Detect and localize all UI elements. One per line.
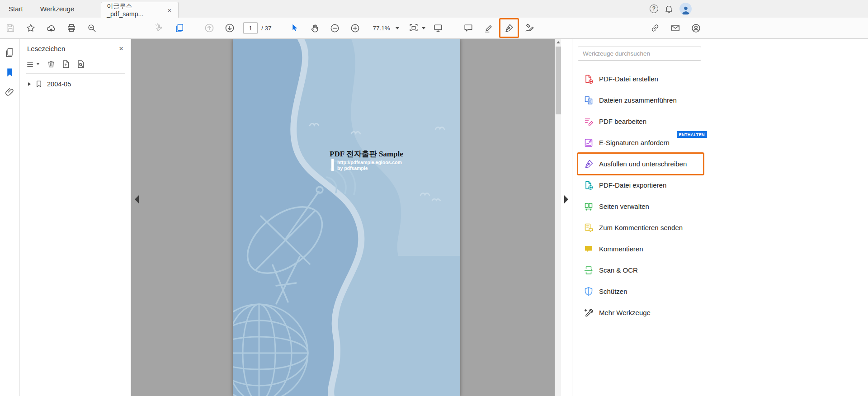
tool-item-label: Seiten verwalten [599,203,649,210]
highlight-pen-icon[interactable] [480,19,498,37]
page-url: http://pdfsample.egloos.com [337,160,402,165]
scroll-up-icon[interactable] [555,39,561,46]
tab-start[interactable]: Start [0,0,32,18]
bookmarks-panel-icon[interactable] [1,62,19,82]
tool-item-protect[interactable]: Schützen [578,281,703,302]
touch-gesture-icon[interactable] [150,19,168,37]
page-thumbnails-panel-icon[interactable] [1,42,19,62]
page-fit-select[interactable] [406,19,425,37]
pen-tool-icon[interactable] [520,19,538,37]
hand-tool-icon[interactable] [306,19,324,37]
delete-bookmark-trash-icon[interactable] [47,60,56,69]
scrollbar-thumb[interactable] [556,47,561,114]
tool-item-scan-ocr[interactable]: Scan & OCR [578,259,703,281]
bookmarks-title: Lesezeichen [27,45,65,52]
document-tab-close-icon[interactable]: × [166,6,173,14]
document-area: PDF 전자출판 Sample http://pdfsample.egloos.… [131,39,572,396]
tool-item-comment[interactable]: Kommentieren [578,238,703,259]
share-link-icon[interactable] [646,19,664,37]
tab-start-label: Start [9,5,23,13]
send-email-icon[interactable] [666,19,684,37]
bookmark-icon [35,80,43,88]
tab-werkzeuge[interactable]: Werkzeuge [32,0,83,18]
tool-item-label: Scan & OCR [599,266,638,274]
tool-item-organize-pages[interactable]: Seiten verwalten [578,196,703,217]
edit-pdf-icon [584,117,594,127]
pdf-page: PDF 전자출판 Sample http://pdfsample.egloos.… [233,39,460,396]
bookmarks-panel: Lesezeichen × [20,39,131,396]
find-current-bookmark-icon[interactable] [76,60,85,69]
collapse-left-panel-icon[interactable] [135,195,139,203]
bookmark-item-2004-05[interactable]: 2004-05 [28,80,131,88]
navigation-icon-strip [0,39,20,396]
next-page-icon[interactable] [221,19,239,37]
tool-item-more-tools[interactable]: Mehr Werkzeuge [578,302,703,323]
help-icon[interactable]: ? [650,5,658,13]
tool-item-label: Mehr Werkzeuge [599,309,651,316]
person-account-icon[interactable] [687,19,705,37]
attachments-paperclip-icon[interactable] [1,82,19,102]
combine-files-icon [584,95,594,105]
tool-item-label: PDF-Datei exportieren [599,181,666,189]
bookmarks-header: Lesezeichen × [20,39,131,57]
tool-item-create-pdf[interactable]: PDF-Datei erstellen [578,68,703,90]
organize-pages-icon [584,202,594,212]
chevron-down-icon [37,63,39,65]
document-tab-label: 이글루스_pdf_samp... [107,2,166,18]
main-toolbar: / 37 77.1% [0,18,868,39]
send-for-comments-icon [584,223,594,233]
fullscreen-mode-icon[interactable] [429,19,447,37]
tool-item-combine-files[interactable]: Dateien zusammenführen [578,90,703,111]
previous-page-icon[interactable] [200,19,218,37]
tool-item-send-for-comments[interactable]: Zum Kommentieren senden [578,217,703,238]
favorite-star-icon[interactable] [22,19,40,37]
acrobat-window: Start Werkzeuge 이글루스_pdf_samp... × ? [0,0,868,396]
tool-item-edit-pdf[interactable]: PDF bearbeiten [578,111,703,132]
account-avatar[interactable] [679,3,692,15]
page-thumbnails-blue-icon[interactable] [170,19,189,37]
share-cloud-icon[interactable] [42,19,60,37]
tool-item-label: E-Signaturen anfordern [599,139,670,146]
chevron-down-icon [422,27,425,29]
tool-item-label: PDF bearbeiten [599,118,646,125]
bookmark-item-label: 2004-05 [47,80,71,88]
tool-item-label: PDF-Datei erstellen [599,75,658,83]
expand-right-panel-icon[interactable] [564,195,568,203]
tool-item-export-pdf[interactable]: PDF-Datei exportieren [578,174,703,196]
tools-panel: PDF-Datei erstellen Dateien zusammenführ… [572,39,868,396]
tool-item-label: Ausfüllen und unterschreiben [599,160,687,168]
zoom-out-icon[interactable] [326,19,344,37]
bookmarks-toolbar [26,57,125,74]
select-tool-icon[interactable] [285,19,303,37]
document-canvas[interactable]: PDF 전자출판 Sample http://pdfsample.egloos.… [131,39,555,396]
vertical-scrollbar[interactable] [555,39,561,396]
bookmarks-options-icon[interactable] [26,60,39,69]
zoom-level-select[interactable]: 77.1% [370,21,402,35]
chevron-down-icon [396,27,399,29]
tool-item-label: Zum Kommentieren senden [599,224,683,231]
save-icon[interactable] [1,19,19,37]
tool-item-fill-and-sign[interactable]: Ausfüllen und unterschreiben [578,153,703,174]
tool-item-label: Kommentieren [599,245,643,253]
notifications-bell-icon[interactable] [664,4,674,14]
bookmarks-close-icon[interactable]: × [119,45,123,52]
zoom-in-icon[interactable] [346,19,364,37]
chevron-right-icon[interactable] [28,82,31,86]
tool-item-request-signatures[interactable]: ENTHALTEN E-Signaturen anfordern [578,132,703,153]
bookmarks-tree: 2004-05 [20,74,131,88]
search-icon[interactable] [83,19,101,37]
page-byline: by pdfsample [337,165,368,171]
zoom-level-value: 77.1% [373,25,390,32]
new-bookmark-icon[interactable] [61,60,71,69]
fill-sign-toolbar-icon[interactable] [500,19,518,37]
tool-item-label: Schützen [599,288,627,295]
add-comment-icon[interactable] [459,19,477,37]
request-signatures-icon [584,138,594,148]
print-icon[interactable] [62,19,80,37]
document-tab[interactable]: 이글루스_pdf_samp... × [101,2,179,18]
pdf-page-artwork: PDF 전자출판 Sample http://pdfsample.egloos.… [233,39,460,396]
page-number-input[interactable] [243,22,258,34]
tools-search-input[interactable] [578,47,701,61]
comment-icon [584,244,594,254]
page-title: PDF 전자출판 Sample [330,150,403,158]
